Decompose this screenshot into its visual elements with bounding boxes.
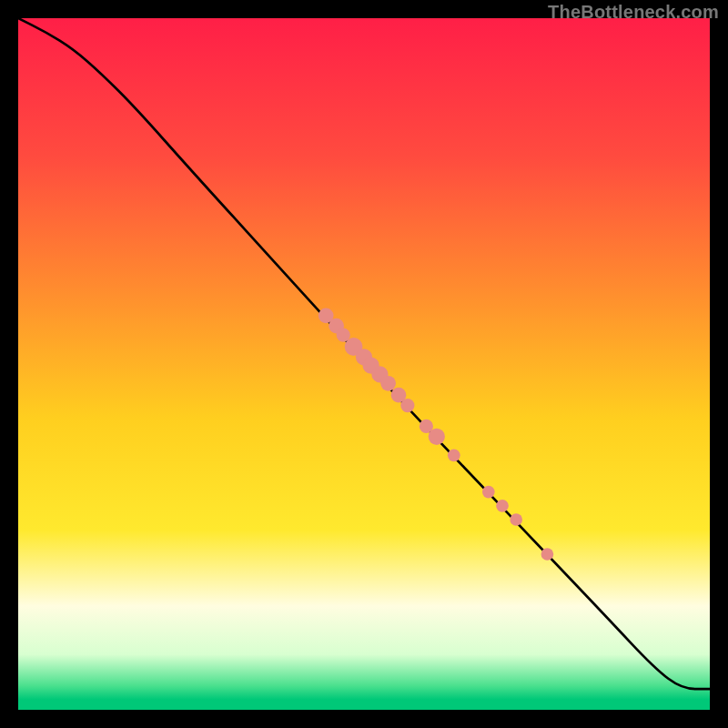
chart-plot [18, 18, 710, 710]
scatter-dot [429, 429, 445, 445]
scatter-dot [448, 449, 460, 461]
scatter-dot [510, 513, 522, 526]
scatter-dot [541, 548, 554, 561]
chart-stage: TheBottleneck.com [0, 0, 728, 728]
scatter-dot [482, 486, 495, 499]
scatter-dot [380, 376, 396, 391]
scatter-dot [400, 399, 414, 412]
scatter-dot [496, 500, 509, 512]
